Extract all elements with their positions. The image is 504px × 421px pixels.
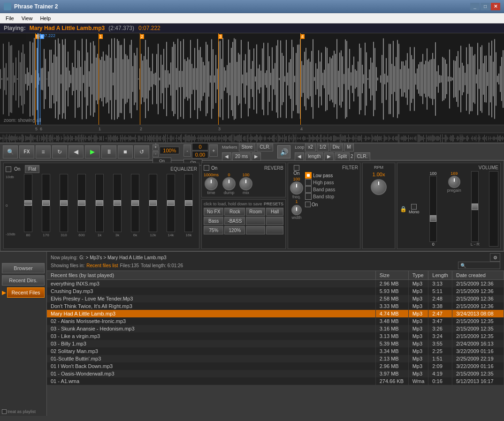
recent-files-button[interactable]: Recent Files	[7, 287, 45, 298]
loop-mode-button[interactable]: ↻	[52, 145, 67, 158]
menu-help[interactable]: Help	[36, 15, 54, 22]
filter-bottom-on-checkbox[interactable]	[305, 202, 311, 207]
prev-button[interactable]: ◀	[69, 145, 84, 158]
loop-x2-button[interactable]: x2	[305, 143, 316, 151]
preset-120[interactable]: 120%	[224, 226, 245, 234]
stop-button[interactable]: ■	[118, 145, 133, 158]
lock-icon[interactable]: 🔒	[399, 171, 407, 247]
filter-on-checkbox[interactable]	[294, 165, 299, 171]
playlist-checkbox[interactable]	[2, 409, 7, 414]
reverb-time-knob[interactable]	[205, 177, 218, 190]
eq-slider-1k[interactable]	[95, 174, 104, 232]
rpm-knob[interactable]	[371, 179, 387, 195]
eq-slider-6k[interactable]	[131, 174, 139, 232]
col-type[interactable]: Type	[408, 271, 428, 280]
loop-clr-button[interactable]: CLR.	[354, 152, 371, 161]
loop-fwd-button[interactable]: ▶	[324, 152, 334, 161]
file-row[interactable]: Mary Had A Little Lamb.mp34.74 MBMp32:47…	[47, 310, 504, 317]
preset-hall[interactable]: Hall	[266, 208, 283, 216]
eq-flat-button[interactable]: Flat	[25, 165, 39, 173]
col-name[interactable]: Recent files (by last played)	[47, 271, 375, 280]
marker-fwd-button[interactable]: ▶	[252, 152, 261, 161]
marker-back-button[interactable]: ◀	[222, 152, 231, 161]
eq-slider-310[interactable]	[60, 174, 68, 232]
file-row[interactable]: Crushing Day.mp35.93 MBMp35:112/15/2009 …	[47, 287, 504, 295]
col-size[interactable]: Size	[375, 271, 408, 280]
minimize-button[interactable]: _	[470, 3, 480, 10]
pitch-plus-button[interactable]: +	[209, 144, 218, 157]
waveform-mini[interactable]	[0, 133, 504, 143]
preset-empty3[interactable]	[246, 226, 265, 234]
repeat-button[interactable]: ↺	[134, 145, 149, 158]
eq-on-checkbox[interactable]	[6, 166, 11, 172]
filter-width-knob[interactable]	[291, 205, 302, 215]
loop-length-button[interactable]: length	[305, 152, 323, 161]
reverb-dump-knob[interactable]	[222, 177, 236, 190]
file-row[interactable]: 03 - Skunk Anansie - Hedonism.mp33.16 MB…	[47, 325, 504, 332]
list-button[interactable]: ≡	[36, 145, 51, 158]
preset-rock[interactable]: Rock	[224, 208, 245, 216]
mini-waveform-canvas[interactable]	[0, 133, 504, 143]
loop-split-button[interactable]: Split	[335, 152, 349, 161]
mono-checkbox[interactable]	[411, 204, 417, 210]
search-input[interactable]	[460, 263, 498, 268]
file-row[interactable]: Don't Think Twice, It's All Right.mp33.3…	[47, 302, 504, 310]
eq-slider-16k[interactable]	[184, 174, 193, 232]
preset-empty2[interactable]	[266, 217, 283, 225]
col-length[interactable]: Length	[428, 271, 452, 280]
lr-slider[interactable]	[471, 171, 479, 242]
filter-bandpass-radio[interactable]	[305, 186, 312, 193]
file-row[interactable]: 03 - Billy 1.mp35.39 MBMp33:552/24/2009 …	[47, 340, 504, 347]
waveform-main[interactable]: 0:07.222 5 6 1 2 3 4 zoom: showing all	[0, 33, 504, 125]
filter-freq-knob[interactable]	[290, 181, 303, 195]
eq-slider-170[interactable]	[42, 174, 50, 232]
eq-slider-14k[interactable]	[167, 174, 175, 232]
reverb-mix-knob[interactable]	[239, 177, 252, 190]
file-row[interactable]: 01 - Oasis-Wonderwall.mp33.97 MBMp34:192…	[47, 370, 504, 377]
eq-slider-12k[interactable]	[149, 174, 157, 232]
speed-up-button[interactable]: +	[153, 144, 159, 150]
loop-half-button[interactable]: 1/2	[317, 143, 329, 151]
filelist-scroll[interactable]: Recent files (by last played) Size Type …	[47, 271, 504, 416]
volume-slider[interactable]	[429, 176, 437, 242]
waveform-container[interactable]: 0:07.222 5 6 1 2 3 4 zoom: showing all 5…	[0, 33, 504, 143]
store-button[interactable]: Store	[239, 143, 256, 151]
preset-bass[interactable]: Bass	[204, 217, 223, 225]
loop-m-button[interactable]: M	[344, 143, 353, 151]
pregain-knob[interactable]	[448, 176, 460, 188]
filter-lowpass-radio[interactable]	[305, 172, 312, 179]
menu-file[interactable]: File	[2, 15, 18, 22]
search-box[interactable]	[458, 262, 500, 269]
fx-button[interactable]: FX	[19, 145, 34, 158]
eq-slider-80[interactable]	[24, 174, 32, 232]
browser-button[interactable]: Browser	[2, 263, 45, 273]
preset-empty4[interactable]	[266, 226, 283, 234]
speaker-icon[interactable]: 🔊	[277, 145, 290, 158]
reverb-on-checkbox[interactable]	[204, 165, 209, 171]
recent-dirs-button[interactable]: Recent Dirs.	[2, 275, 45, 286]
eq-slider-3k[interactable]	[113, 174, 122, 232]
pause-button[interactable]: ⏸	[101, 145, 116, 158]
marker-ms-button[interactable]: 20 ms	[232, 152, 251, 161]
maximize-button[interactable]: □	[481, 3, 490, 10]
file-row[interactable]: 03 - Like a virgin.mp33.13 MBMp33:242/15…	[47, 332, 504, 340]
col-date[interactable]: Date created	[452, 271, 504, 280]
eq-slider-600[interactable]	[77, 174, 86, 232]
loop-back-button[interactable]: ◀	[295, 152, 304, 161]
preset-empty1[interactable]	[246, 217, 265, 225]
loop-div-button[interactable]: Div.	[330, 143, 343, 151]
file-row[interactable]: 01-Scuttle Buttin'.mp32.13 MBMp31:512/25…	[47, 355, 504, 362]
preset-nofx[interactable]: No FX	[204, 208, 223, 216]
filter-highpass-radio[interactable]	[305, 179, 312, 186]
file-row[interactable]: 01 - A1.wma274.66 KBWma0:165/12/2013 16:…	[47, 377, 504, 385]
speed-down-button[interactable]: -	[153, 151, 159, 157]
file-row[interactable]: 02 - Alanis Morissette-Ironic.mp33.48 MB…	[47, 317, 504, 325]
menu-view[interactable]: View	[18, 15, 37, 22]
file-row[interactable]: 01 I Won't Back Down.mp32.96 MBMp32:093/…	[47, 362, 504, 370]
waveform-canvas[interactable]	[0, 33, 504, 125]
markers-clr-button[interactable]: CLR.	[257, 143, 273, 151]
file-row[interactable]: 02 Solitary Man.mp33.34 MBMp32:253/22/20…	[47, 347, 504, 355]
settings-icon[interactable]: ⚙	[490, 253, 500, 262]
preset-minusbass[interactable]: -BASS	[224, 217, 245, 225]
file-row[interactable]: Elvis Presley - Love Me Tender.Mp32.58 M…	[47, 295, 504, 302]
